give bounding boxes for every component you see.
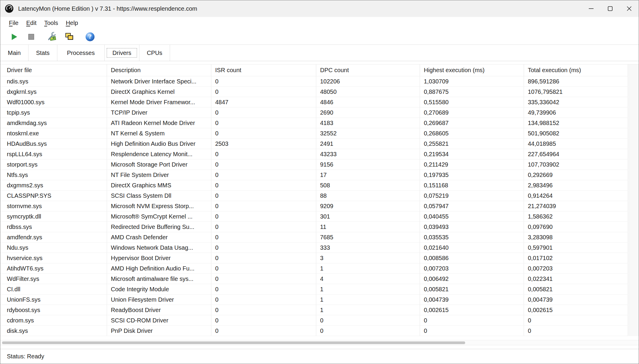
window-layers-button[interactable] xyxy=(63,30,76,43)
table-cell: 1 xyxy=(316,284,420,295)
column-header-5[interactable]: Total execution (ms) xyxy=(524,64,628,76)
table-row[interactable]: Wdf01000.sysKernel Mode Driver Framewor.… xyxy=(0,97,628,107)
table-cell: Microsoft NVM Express Storp... xyxy=(107,201,211,211)
table-cell: dxgkrnl.sys xyxy=(0,87,107,97)
table-cell: 0 xyxy=(211,149,316,159)
table-cell: 0,211429 xyxy=(420,159,524,170)
table-row[interactable]: symcryptk.dllMicrosoft® SymCrypt Kernel … xyxy=(0,211,628,222)
table-cell: 0,017102 xyxy=(524,253,628,263)
table-row[interactable]: amdkmdag.sysATI Radeon Kernel Mode Drive… xyxy=(0,118,628,128)
table-cell: 0,097690 xyxy=(524,222,628,232)
status-bar: Status: Ready xyxy=(0,349,639,364)
table-row[interactable]: tcpip.sysTCP/IP Driver026900,27068949,73… xyxy=(0,107,628,118)
table-row[interactable]: ntoskrnl.exeNT Kernel & System0325520,26… xyxy=(0,128,628,139)
table-row[interactable]: cdrom.sysSCSI CD-ROM Driver0000 xyxy=(0,315,628,326)
table-cell: 0 xyxy=(211,295,316,305)
tab-processes[interactable]: Processes xyxy=(57,45,105,61)
table-cell: 0 xyxy=(211,170,316,180)
table-row[interactable]: stornvme.sysMicrosoft NVM Express Storp.… xyxy=(0,201,628,211)
maximize-button[interactable] xyxy=(601,0,620,17)
tab-drivers[interactable]: Drivers xyxy=(105,45,139,61)
table-cell: 1 xyxy=(316,295,420,305)
table-cell: 0 xyxy=(420,326,524,336)
column-header-3[interactable]: DPC count xyxy=(316,64,420,76)
table-cell: 0 xyxy=(211,326,316,336)
table-row[interactable]: AtihdWT6.sysAMD High Definition Audio Fu… xyxy=(0,263,628,274)
table-row[interactable]: disk.sysPnP Disk Driver0000 xyxy=(0,326,628,336)
table-cell: 0,005821 xyxy=(420,284,524,295)
table-row[interactable]: dxgmms2.sysDirectX Graphics MMS05080,151… xyxy=(0,180,628,191)
menu-edit[interactable]: Edit xyxy=(22,17,40,29)
table-cell: 335,336042 xyxy=(524,97,628,107)
table-row[interactable]: dxgkrnl.sysDirectX Graphics Kernel048050… xyxy=(0,87,628,97)
table-row[interactable]: ndis.sysNetwork Driver Interface Speci..… xyxy=(0,76,628,87)
table-row[interactable]: hvservice.sysHypervisor Boot Driver030,0… xyxy=(0,253,628,263)
table-row[interactable]: amdfendr.sysAMD Crash Defender076850,035… xyxy=(0,232,628,243)
table-cell: ndis.sys xyxy=(0,76,107,87)
table-row[interactable]: CI.dllCode Integrity Module010,0058210,0… xyxy=(0,284,628,295)
table-cell: 43233 xyxy=(316,149,420,159)
table-cell: 17 xyxy=(316,170,420,180)
start-monitor-button[interactable] xyxy=(7,30,21,43)
table-cell: 301 xyxy=(316,211,420,222)
tab-main[interactable]: Main xyxy=(0,45,29,61)
table-cell: 0,008586 xyxy=(420,253,524,263)
table-row[interactable]: rspLLL64.sysResplendence Latency Monit..… xyxy=(0,149,628,159)
table-cell: rdbss.sys xyxy=(0,222,107,232)
table-cell: 0 xyxy=(211,232,316,243)
table-cell: HDAudBus.sys xyxy=(0,139,107,149)
table-cell: 0,151168 xyxy=(420,180,524,191)
horizontal-scrollbar[interactable] xyxy=(0,340,639,345)
table-cell: Wdf01000.sys xyxy=(0,97,107,107)
stop-monitor-button[interactable] xyxy=(25,30,38,43)
table-cell: 0,002615 xyxy=(524,305,628,315)
column-header-2[interactable]: ISR count xyxy=(211,64,316,76)
close-button[interactable] xyxy=(620,0,639,17)
menu-file[interactable]: File xyxy=(5,17,22,29)
table-cell: 4846 xyxy=(316,97,420,107)
menu-tools[interactable]: Tools xyxy=(40,17,62,29)
table-cell: 0 xyxy=(420,315,524,326)
table-cell: 0 xyxy=(316,315,420,326)
table-row[interactable]: storport.sysMicrosoft Storage Port Drive… xyxy=(0,159,628,170)
table-cell: 0 xyxy=(211,107,316,118)
tab-stats[interactable]: Stats xyxy=(29,45,57,61)
vertical-scrollbar[interactable] xyxy=(629,64,639,336)
table-row[interactable]: Ntfs.sysNT File System Driver0170,197935… xyxy=(0,170,628,180)
table-cell: 0,002615 xyxy=(420,305,524,315)
table-cell: CLASSPNP.SYS xyxy=(0,191,107,201)
table-cell: TCP/IP Driver xyxy=(107,107,211,118)
table-row[interactable]: CLASSPNP.SYSSCSI Class System Dll0880,07… xyxy=(0,191,628,201)
table-cell: 0 xyxy=(211,315,316,326)
table-row[interactable]: HDAudBus.sysHigh Definition Audio Bus Dr… xyxy=(0,139,628,149)
device-settings-button[interactable] xyxy=(45,30,59,43)
table-row[interactable]: Ndu.sysWindows Network Data Usag...03330… xyxy=(0,243,628,253)
table-cell: Code Integrity Module xyxy=(107,284,211,295)
table-cell: CI.dll xyxy=(0,284,107,295)
table-row[interactable]: WdFilter.sysMicrosoft antimalware file s… xyxy=(0,274,628,284)
horizontal-scrollbar-thumb[interactable] xyxy=(2,341,465,344)
table-row[interactable]: rdbss.sysRedirected Drive Buffering Su..… xyxy=(0,222,628,232)
table-cell: 1,030709 xyxy=(420,76,524,87)
table-cell: 102206 xyxy=(316,76,420,87)
help-button[interactable]: ? xyxy=(84,30,97,43)
column-header-0[interactable]: Driver file xyxy=(0,64,107,76)
table-row[interactable]: UnionFS.sysUnion Filesystem Driver010,00… xyxy=(0,295,628,305)
table-cell: amdkmdag.sys xyxy=(0,118,107,128)
table-cell: 107,703902 xyxy=(524,159,628,170)
menu-help[interactable]: Help xyxy=(62,17,82,29)
tab-cpus[interactable]: CPUs xyxy=(139,45,170,61)
status-text: Status: Ready xyxy=(7,353,44,360)
minimize-button[interactable] xyxy=(582,0,601,17)
table-cell: cdrom.sys xyxy=(0,315,107,326)
column-header-4[interactable]: Highest execution (ms) xyxy=(420,64,524,76)
column-header-1[interactable]: Description xyxy=(107,64,211,76)
table-cell: 0 xyxy=(524,315,628,326)
table-row[interactable]: rdyboost.sysReadyBoost Driver010,0026150… xyxy=(0,305,628,315)
window-controls xyxy=(582,0,639,17)
table-cell: DirectX Graphics MMS xyxy=(107,180,211,191)
table-cell: 0 xyxy=(211,87,316,97)
table-cell: 0 xyxy=(211,180,316,191)
table-cell: AMD High Definition Audio Fu... xyxy=(107,263,211,274)
table-cell: 0 xyxy=(211,128,316,139)
